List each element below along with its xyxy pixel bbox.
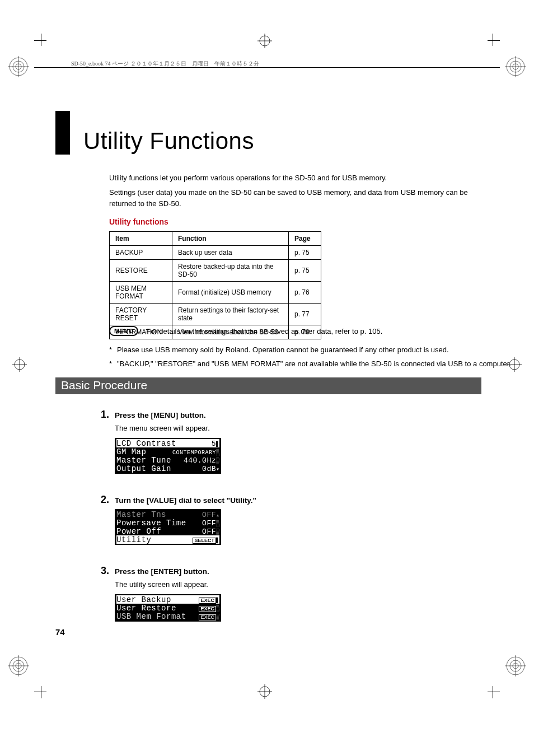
- memo-badge: MEMO: [109, 326, 138, 336]
- reg-circle-icon: [505, 655, 526, 676]
- table-row: USB MEM FORMATFormat (initialize) USB me…: [110, 282, 321, 304]
- asterisk-icon: *: [109, 357, 117, 371]
- memo-text: For details on the settings that can be …: [146, 327, 382, 335]
- lcd-screenshot: User BackupEXEC▌ User RestoreEXEC░ USB M…: [115, 594, 221, 622]
- page-title: Utility Functions: [83, 128, 254, 155]
- step-number: 2.: [92, 494, 109, 506]
- page-number: 74: [55, 627, 65, 637]
- intro-paragraph: Utility functions let you perform variou…: [109, 172, 481, 184]
- reg-cross-icon: [257, 684, 272, 699]
- title-marker: [55, 111, 70, 155]
- lcd-screenshot: LCD Contrast5▌ GM MapCONTEMPORARY░ Maste…: [115, 438, 221, 474]
- th-item: Item: [110, 232, 172, 246]
- note-text: "BACKUP," "RESTORE" and "USB MEM FORMAT"…: [117, 357, 511, 371]
- step-body: The menu screen will appear.: [115, 424, 481, 432]
- utility-subhead: Utility functions: [109, 217, 168, 226]
- step-body: The utility screen will appear.: [115, 580, 481, 589]
- intro-paragraph: Settings (user data) you made on the SD-…: [109, 187, 481, 209]
- lcd-screenshot: Master TnsOFF▴ Powersave TimeOFF░ Power …: [115, 509, 221, 545]
- asterisk-icon: *: [109, 343, 117, 357]
- step-title: Press the [MENU] button.: [115, 411, 206, 419]
- th-function: Function: [172, 232, 289, 246]
- th-page: Page: [289, 232, 321, 246]
- step-number: 3.: [92, 565, 109, 577]
- section-heading: Basic Procedure: [55, 377, 481, 394]
- reg-cross-icon: [257, 34, 272, 48]
- table-row: RESTORERestore backed-up data into the S…: [110, 260, 321, 282]
- running-header: SD-50_e.book 74 ページ ２０１０年１月２５日 月曜日 午前１０時…: [71, 60, 259, 68]
- utility-table: Item Function Page BACKUPBack up user da…: [109, 231, 321, 339]
- table-row: BACKUPBack up user datap. 75: [110, 246, 321, 260]
- reg-cross-icon: [12, 357, 27, 372]
- reg-circle-icon: [505, 56, 526, 77]
- reg-circle-icon: [8, 56, 29, 77]
- step-title: Turn the [VALUE] dial to select "Utility…: [115, 496, 256, 505]
- note-text: Please use USB memory sold by Roland. Op…: [117, 343, 449, 357]
- step-number: 1.: [92, 409, 109, 421]
- reg-circle-icon: [8, 655, 29, 676]
- table-row: FACTORY RESETReturn settings to their fa…: [110, 304, 321, 325]
- step-title: Press the [ENTER] button.: [115, 567, 209, 576]
